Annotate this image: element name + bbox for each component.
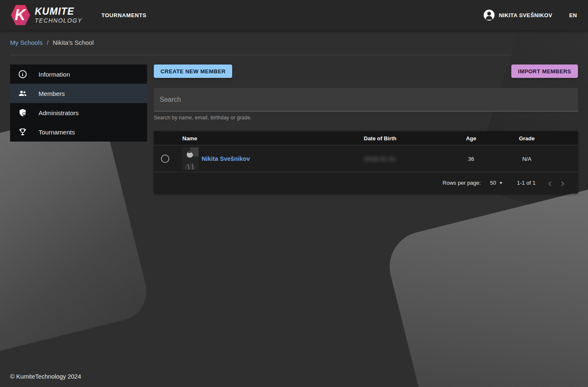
member-grade: N/A [495, 155, 558, 162]
breadcrumb-my-schools-link[interactable]: My Schools [10, 39, 43, 46]
search-section: Search by name, email, birthday or grade… [154, 88, 578, 121]
import-members-button[interactable]: IMPORT MEMBERS [511, 64, 578, 78]
breadcrumb-bar: My Schools / Nikita's School [0, 30, 588, 46]
page-footer: © KumiteTechnology 2024 [0, 373, 588, 387]
content-area: Information Members e [0, 55, 588, 194]
info-icon [18, 69, 28, 79]
member-name-link[interactable]: Nikita Svešnikov [202, 155, 250, 162]
column-header-name: Name [182, 135, 197, 141]
members-panel: CREATE NEW MEMBER IMPORT MEMBERS Search … [154, 64, 578, 194]
members-table-card: Name Date of Birth Age Grade [154, 131, 578, 194]
header-right: NIKITA SVEŠNIKOV EN [484, 10, 577, 21]
search-helper-text: Search by name, email, birthday or grade… [154, 115, 578, 121]
search-input[interactable] [154, 88, 578, 111]
column-header-age: Age [440, 135, 503, 141]
pagination-controls: ‹ › [548, 178, 565, 188]
user-avatar-icon [484, 10, 495, 21]
sidebar-item-tournaments[interactable]: Tournaments [10, 122, 147, 142]
sidebar-item-information[interactable]: Information [10, 64, 147, 84]
people-icon [18, 88, 28, 98]
kumite-logo[interactable]: K KUMITE TECHNOLOGY [11, 5, 82, 26]
pagination-range-label: 1-1 of 1 [517, 180, 536, 186]
member-photo [182, 147, 199, 170]
logo-subtitle: TECHNOLOGY [35, 18, 82, 23]
rows-per-page-select[interactable]: 50 ▼ [490, 180, 503, 186]
member-age: 36 [440, 155, 503, 162]
app-header: K KUMITE TECHNOLOGY TOURNAMENTS NIKITA S… [0, 0, 588, 30]
sidebar-item-label: Information [39, 71, 70, 78]
user-name: NIKITA SVEŠNIKOV [499, 12, 552, 18]
breadcrumb-separator: / [47, 39, 49, 46]
rows-per-page-value: 50 [490, 180, 496, 186]
table-row: Nikita Svešnikov 2018-01-01 36 N/A [154, 145, 578, 172]
previous-page-icon[interactable]: ‹ [548, 178, 552, 188]
next-page-icon[interactable]: › [561, 178, 565, 188]
trophy-icon [18, 127, 28, 137]
row-radio-button[interactable] [161, 155, 169, 163]
logo-text: KUMITE TECHNOLOGY [35, 7, 82, 23]
language-selector[interactable]: EN [569, 12, 577, 18]
background-shape-bottom-right [382, 180, 588, 387]
sidebar-item-administrators[interactable]: e Administrators [10, 103, 147, 122]
breadcrumb-current-school: Nikita's School [53, 39, 94, 46]
column-header-grade: Grade [495, 135, 558, 141]
table-header-row: Name Date of Birth Age Grade [154, 131, 578, 145]
table-pagination: Rows per page: 50 ▼ 1-1 of 1 ‹ › [154, 172, 578, 194]
sidebar-item-label: Members [39, 90, 65, 97]
dropdown-caret-icon: ▼ [499, 181, 503, 185]
school-sidebar: Information Members e [10, 64, 147, 142]
kumite-hexagon-icon: K [11, 5, 30, 26]
breadcrumb: My Schools / Nikita's School [10, 39, 578, 46]
create-new-member-button[interactable]: CREATE NEW MEMBER [154, 64, 232, 78]
logo-title: KUMITE [35, 7, 82, 16]
nav-tournaments[interactable]: TOURNAMENTS [101, 12, 146, 18]
copyright-text: © KumiteTechnology 2024 [10, 373, 81, 380]
members-toolbar: CREATE NEW MEMBER IMPORT MEMBERS [154, 64, 578, 78]
logo-letter: K [10, 5, 30, 26]
admin-shield-icon: e [18, 108, 28, 118]
sidebar-item-members[interactable]: Members [10, 84, 147, 103]
sidebar-item-label: Administrators [39, 109, 79, 116]
rows-per-page-label: Rows per page: [443, 180, 481, 186]
sidebar-item-label: Tournaments [39, 129, 75, 136]
member-date-of-birth-redacted: 2018-01-01 [338, 155, 422, 162]
user-menu[interactable]: NIKITA SVEŠNIKOV [484, 10, 552, 21]
column-header-date-of-birth: Date of Birth [338, 135, 422, 141]
